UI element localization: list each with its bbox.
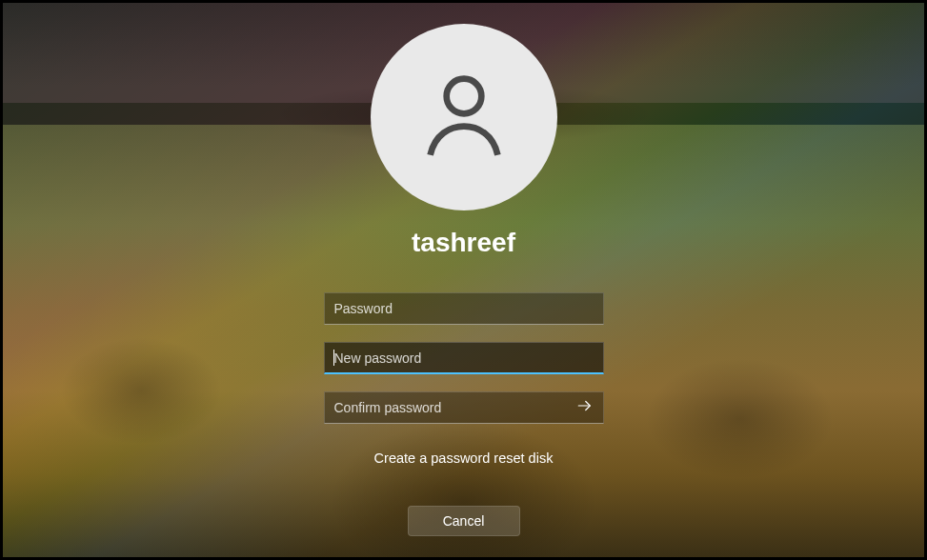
- new-password-input[interactable]: [334, 350, 594, 366]
- password-fields: [324, 292, 604, 424]
- password-input[interactable]: [334, 301, 594, 316]
- lock-screen: tashreef Create a password reset disk Ca…: [0, 0, 927, 560]
- avatar: [371, 24, 557, 210]
- user-name: tashreef: [412, 228, 515, 258]
- password-field-wrapper[interactable]: [324, 292, 604, 325]
- svg-point-0: [446, 79, 481, 114]
- user-icon: [416, 68, 512, 167]
- confirm-password-field-wrapper[interactable]: [324, 391, 604, 424]
- arrow-right-icon: [576, 397, 594, 418]
- confirm-password-input[interactable]: [334, 400, 571, 415]
- text-caret: [333, 350, 334, 366]
- create-reset-disk-link[interactable]: Create a password reset disk: [374, 450, 554, 466]
- submit-button[interactable]: [571, 393, 599, 422]
- new-password-field-wrapper[interactable]: [324, 342, 604, 374]
- cancel-button[interactable]: Cancel: [408, 506, 520, 536]
